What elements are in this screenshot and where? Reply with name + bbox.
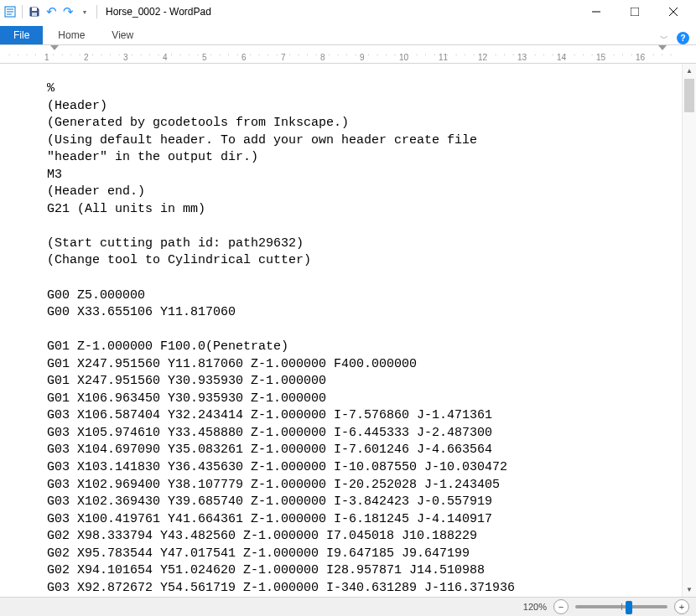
status-bar: 120% − + — [0, 597, 696, 616]
zoom-in-button[interactable]: + — [674, 599, 689, 614]
zoom-slider-thumb[interactable] — [626, 601, 632, 614]
ribbon-collapse-icon[interactable]: ﹀ — [660, 33, 668, 44]
app-icon — [3, 5, 17, 18]
quick-access-toolbar: ↶ ↷ ▾ Horse_0002 - WordPad — [3, 5, 577, 18]
svg-rect-5 — [32, 13, 37, 16]
slider-midpoint — [621, 603, 622, 610]
document-area: % (Header) (Generated by gcodetools from… — [0, 64, 696, 597]
tab-view[interactable]: View — [98, 26, 147, 44]
separator — [22, 5, 23, 18]
scroll-down-button[interactable]: ▼ — [683, 582, 696, 597]
maximize-button[interactable] — [615, 0, 654, 23]
close-button[interactable] — [654, 0, 693, 23]
window-title: Horse_0002 - WordPad — [106, 6, 211, 18]
vertical-scrollbar[interactable]: ▲ ▼ — [682, 64, 696, 597]
zoom-slider[interactable] — [575, 605, 667, 608]
tab-home[interactable]: Home — [44, 26, 98, 44]
qat-dropdown-icon[interactable]: ▾ — [78, 5, 91, 18]
window-controls — [577, 0, 693, 23]
zoom-out-button[interactable]: − — [553, 599, 569, 614]
scroll-up-button[interactable]: ▲ — [683, 64, 696, 78]
svg-rect-4 — [32, 8, 37, 11]
tab-file[interactable]: File — [0, 26, 43, 44]
ribbon-tabs: File Home View ﹀ ? — [0, 23, 696, 45]
svg-rect-7 — [631, 8, 639, 16]
separator — [96, 5, 97, 18]
minimize-button[interactable] — [577, 0, 615, 23]
zoom-level-label: 120% — [523, 602, 547, 612]
right-indent-marker[interactable] — [658, 45, 667, 50]
title-bar: ↶ ↷ ▾ Horse_0002 - WordPad — [0, 0, 696, 23]
save-icon[interactable] — [28, 5, 41, 18]
horizontal-ruler[interactable]: · · · ·1 · · · ·2 · · · ·3 · · · ·4 · · … — [0, 45, 696, 64]
scroll-thumb[interactable] — [684, 79, 694, 112]
document-body[interactable]: % (Header) (Generated by gcodetools from… — [0, 64, 682, 597]
help-icon[interactable]: ? — [677, 32, 689, 44]
redo-icon[interactable]: ↷ — [61, 5, 75, 18]
undo-icon[interactable]: ↶ — [44, 5, 58, 18]
